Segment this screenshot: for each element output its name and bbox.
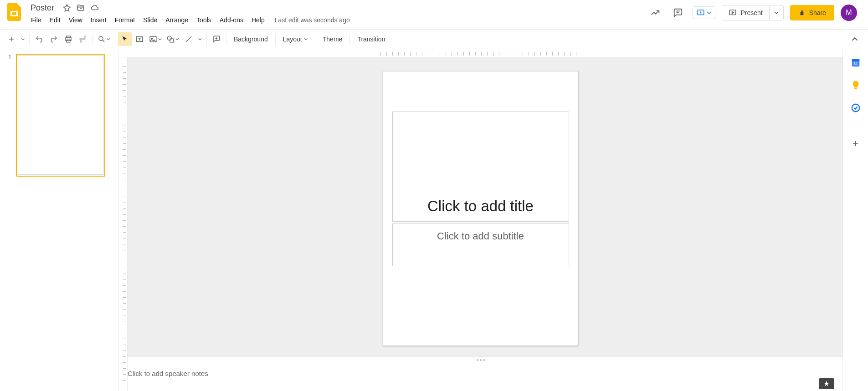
- shape-tool[interactable]: [164, 32, 181, 46]
- title-placeholder-text: Click to add title: [427, 198, 534, 215]
- undo-button[interactable]: [32, 32, 46, 46]
- separator: [315, 34, 315, 45]
- body: 1 Click to add title Click to add subtit…: [0, 49, 868, 391]
- subtitle-placeholder[interactable]: Click to add subtitle: [392, 223, 569, 266]
- svg-point-11: [99, 36, 103, 41]
- side-panel: 31 +: [842, 49, 868, 391]
- menu-edit[interactable]: Edit: [46, 15, 64, 25]
- menu-file[interactable]: File: [27, 15, 45, 25]
- document-title-input[interactable]: Poster: [27, 2, 57, 14]
- calendar-icon[interactable]: 31: [851, 57, 861, 67]
- svg-rect-19: [170, 39, 174, 42]
- title-placeholder[interactable]: Click to add title: [392, 112, 569, 222]
- account-avatar[interactable]: M: [841, 5, 857, 21]
- transition-button[interactable]: Transition: [353, 32, 390, 46]
- menu-tools[interactable]: Tools: [193, 15, 215, 25]
- new-slide-dropdown[interactable]: [19, 32, 26, 46]
- line-tool[interactable]: [182, 32, 195, 46]
- filmstrip: 1: [0, 49, 118, 391]
- new-slide-button[interactable]: [5, 32, 18, 46]
- separator: [92, 34, 93, 45]
- paint-format-button[interactable]: [76, 32, 90, 46]
- svg-rect-26: [854, 88, 857, 89]
- subtitle-placeholder-text: Click to add subtitle: [437, 230, 524, 242]
- line-tool-dropdown[interactable]: [196, 32, 204, 46]
- slides-logo[interactable]: [5, 3, 24, 21]
- tasks-icon[interactable]: [851, 103, 861, 113]
- slide-thumbnail-wrap: 1: [8, 54, 110, 177]
- svg-point-18: [167, 36, 171, 40]
- menu-view[interactable]: View: [65, 15, 86, 25]
- canvas-area: Click to add title Click to add subtitle…: [118, 49, 842, 391]
- svg-rect-1: [12, 12, 16, 15]
- side-panel-separator: [850, 126, 861, 126]
- separator: [226, 34, 226, 45]
- slide-canvas[interactable]: Click to add title Click to add subtitle: [383, 71, 579, 346]
- present-button-group: Present: [722, 5, 783, 20]
- zoom-button[interactable]: [96, 32, 112, 46]
- collapse-toolbar-button[interactable]: [848, 32, 862, 46]
- svg-rect-24: [852, 59, 859, 61]
- stage[interactable]: Click to add title Click to add subtitle: [118, 57, 842, 356]
- menu-arrange[interactable]: Arrange: [162, 15, 192, 25]
- present-label: Present: [740, 9, 762, 16]
- activity-icon[interactable]: [647, 5, 663, 21]
- layout-button[interactable]: Layout: [278, 32, 312, 46]
- separator: [115, 34, 115, 45]
- speaker-notes[interactable]: Click to add speaker notes: [118, 363, 842, 391]
- image-tool[interactable]: [147, 32, 164, 46]
- star-icon[interactable]: [63, 4, 71, 12]
- last-edit-link[interactable]: Last edit was seconds ago: [275, 16, 350, 24]
- explore-button[interactable]: [819, 378, 834, 389]
- layout-label: Layout: [283, 36, 302, 43]
- share-label: Share: [809, 9, 826, 16]
- menu-insert[interactable]: Insert: [87, 15, 110, 25]
- slide-thumbnail[interactable]: [16, 54, 105, 177]
- textbox-tool[interactable]: [133, 32, 146, 46]
- svg-text:31: 31: [853, 61, 858, 66]
- present-dropdown[interactable]: [770, 10, 783, 15]
- menu-slide[interactable]: Slide: [139, 15, 161, 25]
- select-tool[interactable]: [118, 32, 132, 46]
- redo-button[interactable]: [47, 32, 61, 46]
- theme-button[interactable]: Theme: [318, 32, 347, 46]
- toolbar: Background Layout Theme Transition: [0, 29, 868, 49]
- header: Poster File Edit View Insert Format Slid…: [0, 0, 868, 29]
- menu-help[interactable]: Help: [248, 15, 268, 25]
- comments-icon[interactable]: [670, 5, 686, 21]
- background-button[interactable]: Background: [229, 32, 272, 46]
- separator: [349, 34, 350, 45]
- menu-format[interactable]: Format: [111, 15, 139, 25]
- separator: [275, 34, 276, 45]
- present-button[interactable]: Present: [722, 5, 769, 20]
- separator: [29, 34, 30, 45]
- keep-icon[interactable]: [851, 80, 861, 90]
- slide-number: 1: [8, 54, 11, 177]
- ruler-horizontal[interactable]: [118, 49, 842, 57]
- present-to-meeting-button[interactable]: [693, 6, 715, 19]
- comment-button[interactable]: [210, 32, 223, 46]
- move-icon[interactable]: [77, 4, 85, 12]
- menu-addons[interactable]: Add-ons: [216, 15, 247, 25]
- header-right: Present Share M: [647, 5, 857, 21]
- cloud-status-icon[interactable]: [90, 4, 99, 12]
- get-addons-button[interactable]: +: [851, 139, 861, 149]
- notes-resize-handle[interactable]: [118, 356, 842, 363]
- print-button[interactable]: [62, 32, 75, 46]
- separator: [206, 34, 207, 45]
- svg-line-20: [186, 36, 191, 42]
- share-button[interactable]: Share: [790, 5, 834, 20]
- svg-point-17: [152, 38, 153, 39]
- svg-line-12: [103, 40, 104, 42]
